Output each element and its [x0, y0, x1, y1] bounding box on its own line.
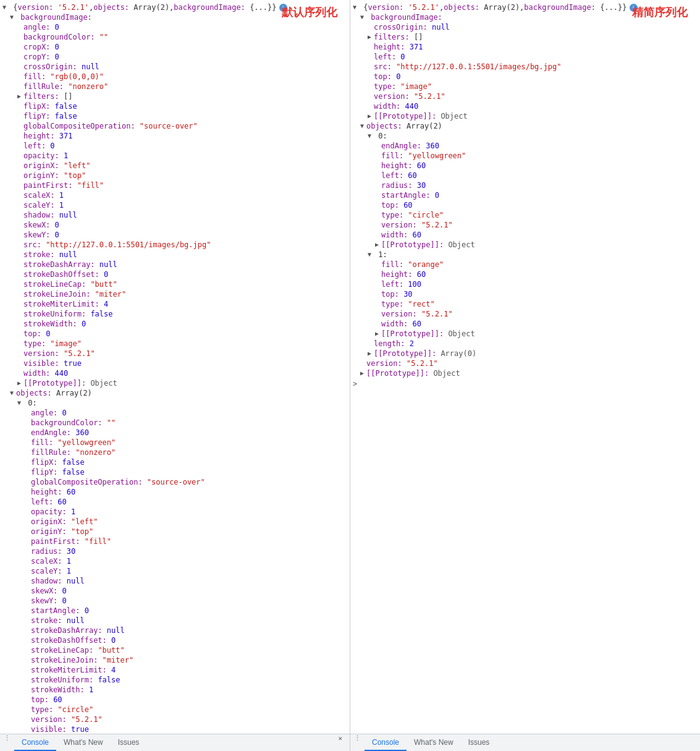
tree-line: flipY: false: [0, 467, 350, 477]
no-arrow: [368, 42, 374, 52]
no-arrow: [25, 616, 31, 626]
tree-line: globalCompositeOperation: "source-over": [0, 121, 350, 131]
tree-line: strokeLineCap: "butt": [0, 645, 350, 655]
prop-key: globalCompositeOperation:: [31, 477, 143, 487]
collapse-arrow[interactable]: [375, 240, 381, 250]
index-arrow[interactable]: [368, 131, 374, 141]
tree-line: visible: true: [0, 724, 350, 734]
left-close-icon[interactable]: ✕: [338, 734, 346, 751]
no-arrow: [25, 527, 31, 537]
tree-line: 1:: [350, 250, 700, 260]
prop-key: flipY:: [23, 111, 50, 121]
collapse-arrow[interactable]: [368, 111, 374, 121]
index-arrow[interactable]: [17, 398, 23, 408]
right-tab-whats-new[interactable]: What's New: [407, 734, 461, 751]
right-tab-console[interactable]: Console: [365, 734, 407, 751]
index-arrow[interactable]: [368, 250, 374, 260]
no-arrow: [25, 626, 31, 635]
tree-line: radius: 30: [0, 546, 350, 556]
tree-line: skewY: 0: [0, 230, 350, 240]
tree-line: originX: "left": [0, 161, 350, 171]
no-arrow: [25, 586, 31, 596]
no-arrow: [17, 220, 23, 230]
no-arrow: [17, 250, 23, 260]
bg-val: {...}}: [596, 2, 627, 12]
tree-line: objects: Array(2): [0, 388, 350, 398]
no-arrow: [17, 131, 23, 141]
no-arrow: [25, 467, 31, 477]
tree-line: cropY: 0: [0, 52, 350, 62]
objects-val: Array(2),: [479, 2, 524, 12]
tree-line: scaleY: 1: [0, 200, 350, 210]
prop-key: top:: [31, 695, 49, 705]
left-dots-icon[interactable]: ⋮: [4, 734, 11, 751]
expand-arrow[interactable]: [360, 121, 366, 131]
no-arrow: [25, 477, 31, 487]
version-key: version:: [17, 2, 53, 12]
prop-key: backgroundColor:: [31, 418, 103, 428]
no-arrow: [375, 180, 381, 190]
collapse-arrow[interactable]: [368, 32, 374, 42]
tree-line: visible: true: [0, 359, 350, 368]
prop-key: radius:: [31, 546, 62, 556]
collapse-arrow[interactable]: [17, 378, 23, 388]
collapse-arrow[interactable]: [17, 91, 23, 101]
expand-arrow[interactable]: [353, 2, 359, 12]
prop-key: length:: [374, 339, 405, 349]
prop-key: width:: [374, 101, 400, 111]
tree-line: flipY: false: [0, 111, 350, 121]
expand-arrow[interactable]: [10, 388, 16, 398]
expand-arrow[interactable]: [2, 2, 9, 12]
prop-key: type:: [381, 210, 403, 220]
no-arrow: [17, 171, 23, 180]
left-tab-whats-new[interactable]: What's New: [56, 734, 111, 751]
no-arrow: [25, 408, 31, 418]
no-arrow: [17, 82, 23, 91]
collapse-arrow[interactable]: [360, 368, 366, 378]
left-tree: {version: '5.2.1', objects: Array(2), ba…: [0, 2, 350, 734]
no-arrow: [375, 210, 381, 220]
prop-key: left:: [381, 279, 403, 289]
prop-key: strokeLineCap:: [31, 645, 93, 655]
prop-key: width:: [381, 230, 408, 240]
collapse-arrow[interactable]: [368, 349, 374, 359]
tree-line: scaleX: 1: [0, 556, 350, 566]
left-tab-issues[interactable]: Issues: [111, 734, 147, 751]
panels-container: 默认序列化 {version: '5.2.1', objects: Array(…: [0, 0, 700, 734]
prop-key: angle:: [23, 22, 50, 32]
header-comma: ,: [439, 2, 444, 12]
tree-line: height: 60: [350, 269, 700, 279]
section-arrow[interactable]: [10, 12, 16, 22]
prop-key: type:: [374, 82, 396, 91]
index-key: 1:: [378, 250, 387, 260]
prop-key: cropX:: [23, 42, 50, 52]
right-tree: {version: '5.2.1', objects: Array(2), ba…: [350, 2, 700, 378]
no-arrow: [17, 299, 23, 309]
no-arrow: [17, 190, 23, 200]
bg-key: backgroundImage:: [174, 2, 245, 12]
prop-key: strokeDashOffset:: [31, 635, 107, 645]
tree-line: length: 2: [350, 339, 700, 349]
collapse-arrow[interactable]: [375, 329, 381, 339]
header-text: {: [9, 2, 17, 12]
tree-line: originY: "top": [0, 527, 350, 537]
tree-line: type: "image": [350, 82, 700, 91]
index-key: 0:: [28, 398, 36, 408]
prop-key: endAngle:: [381, 141, 421, 151]
no-arrow: [17, 329, 23, 339]
prop-key: visible:: [31, 724, 67, 734]
tree-line: strokeLineCap: "butt": [0, 279, 350, 289]
right-dots-icon[interactable]: ⋮: [354, 734, 361, 751]
no-arrow: [368, 22, 374, 32]
prop-key: height:: [381, 269, 413, 279]
left-tab-console[interactable]: Console: [14, 734, 56, 751]
prop-key: src:: [374, 62, 392, 72]
section-arrow[interactable]: [360, 12, 366, 22]
prop-key: strokeLineJoin:: [31, 655, 98, 665]
tree-line: opacity: 1: [0, 151, 350, 161]
no-arrow: [17, 22, 23, 32]
right-tab-issues[interactable]: Issues: [461, 734, 497, 751]
tree-line: version: "5.2.1": [350, 309, 700, 319]
no-arrow: [17, 269, 23, 279]
left-bottom-tabs: ⋮ Console What's New Issues ✕: [0, 734, 350, 751]
